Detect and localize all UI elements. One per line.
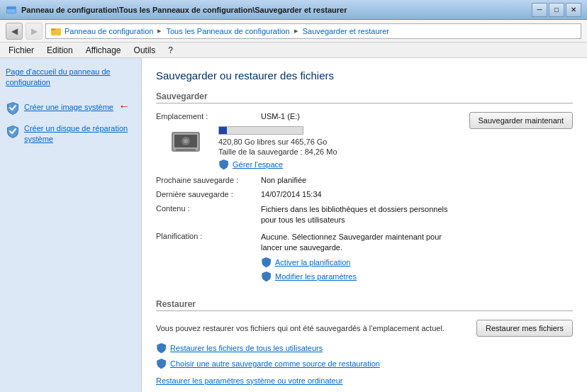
last-backup-row: Dernière sauvegarde : 14/07/2014 15:34 — [156, 190, 458, 198]
restore-section: Restaurer Vous pouvez restaurer vos fich… — [156, 299, 573, 385]
next-backup-row: Prochaine sauvegarde : Non planifiée — [156, 176, 458, 184]
restore-header-row: Vous pouvez restaurer vos fichiers qui o… — [156, 320, 573, 337]
restore-all-users-text: Restaurer les fichiers de tous les utili… — [170, 344, 323, 352]
page-title: Sauvegarder ou restaurer des fichiers — [156, 69, 573, 82]
close-button[interactable]: ✕ — [566, 3, 581, 17]
content-value: Fichiers dans les bibliothèques et dossi… — [261, 204, 458, 226]
choose-backup-text: Choisir une autre sauvegarde comme sourc… — [170, 359, 380, 368]
sidebar: Page d'accueil du panneau de configurati… — [0, 58, 142, 392]
main-layout: Page d'accueil du panneau de configurati… — [0, 58, 587, 392]
svg-point-9 — [184, 139, 188, 143]
breadcrumb-item-1[interactable]: Panneau de configuration — [65, 27, 153, 35]
schedule-value: Aucune. Sélectionnez Sauvegarder mainten… — [261, 232, 458, 282]
backup-section: Sauvegarder Emplacement : USM-1 (E:) — [156, 91, 573, 288]
restore-all-users-link[interactable]: Restaurer les fichiers de tous les utili… — [156, 342, 573, 354]
title-bar-controls: ─ □ ✕ — [532, 3, 581, 17]
breadcrumb-item-2[interactable]: Tous les Panneaux de configuration — [166, 27, 289, 35]
choose-backup-icon — [156, 358, 167, 369]
forward-button[interactable]: ▶ — [26, 23, 43, 40]
folder-icon — [50, 26, 62, 37]
window-icon — [6, 4, 17, 16]
sidebar-link-disk[interactable]: Créer un disque de réparation système — [6, 123, 135, 145]
menu-help[interactable]: ? — [162, 44, 179, 57]
backup-grid: Emplacement : USM-1 (E:) — [156, 112, 573, 288]
backup-info: Emplacement : USM-1 (E:) — [156, 112, 458, 288]
backup-now-button[interactable]: Sauvegarder maintenant — [469, 112, 573, 129]
sidebar-link-image[interactable]: Créer une image système ← — [6, 100, 135, 115]
sidebar-home-link[interactable]: Page d'accueil du panneau de configurati… — [6, 67, 135, 89]
content-label: Contenu : — [156, 204, 255, 226]
activate-link-text: Activer la planification — [275, 258, 350, 267]
last-backup-value: 14/07/2014 15:34 — [261, 190, 322, 198]
drive-icon-area: 420,80 Go libres sur 465,76 Go Taille de… — [156, 126, 458, 170]
shield-icon-image — [6, 101, 20, 115]
manage-link[interactable]: Gérer l'espace — [218, 159, 458, 170]
svg-rect-10 — [176, 149, 196, 151]
restore-files-button[interactable]: Restaurer mes fichiers — [476, 320, 573, 337]
address-field[interactable]: Panneau de configuration ▸ Tous les Pann… — [45, 23, 581, 39]
restore-all-icon — [156, 342, 167, 354]
title-bar-text: Panneau de configuration\Tous les Pannea… — [21, 6, 347, 14]
activate-link[interactable]: Activer la planification — [261, 257, 458, 268]
menu-bar: Fichier Edition Affichage Outils ? — [0, 43, 587, 58]
progress-bar-container — [218, 126, 303, 135]
size-text: Taille de la sauvegarde : 84,26 Mo — [218, 147, 458, 156]
sidebar-link-image-text: Créer une image système — [24, 103, 113, 111]
restore-section-header: Restaurer — [156, 299, 573, 311]
minimize-button[interactable]: ─ — [532, 3, 547, 17]
modify-icon — [261, 271, 272, 282]
location-row: Emplacement : USM-1 (E:) — [156, 112, 458, 121]
menu-fichier[interactable]: Fichier — [3, 44, 40, 57]
modify-link-text: Modifier les paramètres — [275, 272, 357, 281]
free-space-text: 420,80 Go libres sur 465,76 Go — [218, 138, 458, 146]
next-backup-label: Prochaine sauvegarde : — [156, 176, 255, 184]
title-bar: Panneau de configuration\Tous les Pannea… — [0, 0, 587, 20]
location-label: Emplacement : — [156, 112, 255, 121]
menu-edition[interactable]: Edition — [41, 44, 79, 57]
shield-icon-disk — [6, 124, 20, 138]
menu-affichage[interactable]: Affichage — [80, 44, 127, 57]
svg-rect-4 — [51, 28, 55, 30]
breadcrumb-item-3[interactable]: Sauvegarder et restaurer — [303, 27, 389, 35]
arrow-icon: ← — [118, 100, 130, 113]
content-area: Sauvegarder ou restaurer des fichiers Sa… — [142, 58, 587, 392]
system-restore-link[interactable]: Restaurer les paramètres système ou votr… — [156, 376, 573, 385]
drive-details: 420,80 Go libres sur 465,76 Go Taille de… — [218, 126, 458, 170]
address-bar: ◀ ▶ Panneau de configuration ▸ Tous les … — [0, 20, 587, 43]
backup-section-header: Sauvegarder — [156, 91, 573, 103]
progress-bar-fill — [219, 127, 227, 134]
last-backup-label: Dernière sauvegarde : — [156, 190, 255, 198]
maximize-button[interactable]: □ — [549, 3, 564, 17]
restore-description: Vous pouvez restaurer vos fichiers qui o… — [156, 324, 476, 332]
modify-link[interactable]: Modifier les paramètres — [261, 271, 458, 282]
sidebar-link-disk-text: Créer un disque de réparation système — [24, 123, 135, 145]
next-backup-value: Non planifiée — [261, 176, 306, 184]
activate-icon — [261, 257, 272, 268]
backup-action: Sauvegarder maintenant — [469, 112, 573, 288]
content-row: Contenu : Fichiers dans les bibliothèque… — [156, 204, 458, 226]
back-button[interactable]: ◀ — [6, 23, 23, 40]
menu-outils[interactable]: Outils — [128, 44, 162, 57]
location-value: USM-1 (E:) — [261, 112, 300, 121]
choose-backup-link[interactable]: Choisir une autre sauvegarde comme sourc… — [156, 358, 573, 369]
drive-icon — [169, 126, 203, 155]
manage-icon — [218, 159, 230, 170]
svg-rect-2 — [7, 7, 16, 9]
schedule-row: Planification : Aucune. Sélectionnez Sau… — [156, 232, 458, 282]
system-restore-text: Restaurer les paramètres système ou votr… — [156, 376, 343, 385]
schedule-label: Planification : — [156, 232, 255, 282]
manage-link-text: Gérer l'espace — [233, 160, 283, 169]
